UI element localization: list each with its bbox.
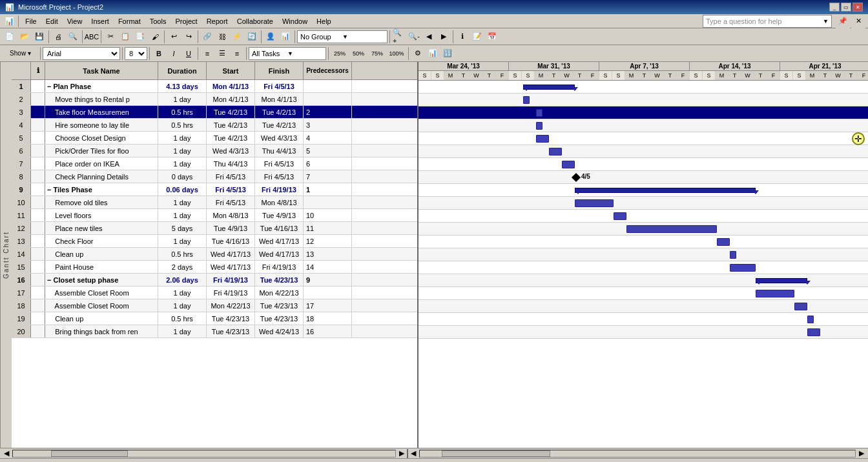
cell-task-name[interactable]: Place new tiles [45,222,158,234]
link-button[interactable]: 🔗 [200,30,214,44]
menu-report[interactable]: Report [203,16,232,26]
table-row[interactable]: 16− Closet setup phase2.06 daysFri 4/19/… [12,274,417,286]
table-row[interactable]: 15 Paint House2 daysWed 4/17/13Fri 4/19/… [12,261,417,274]
all-tasks-dropdown[interactable]: All Tasks ▼ [249,47,326,60]
no-group-dropdown[interactable]: No Group ▼ [297,30,388,43]
misc-btn-3[interactable]: 🔢 [440,46,455,61]
cut-button[interactable]: ✂ [103,30,118,44]
col-hdr-finish[interactable]: Finish [255,62,304,79]
table-row[interactable]: 10 Remove old tiles1 dayFri 4/5/13Mon 4/… [12,196,417,209]
percent-25-btn[interactable]: 25% [331,46,349,61]
update-button[interactable]: 🔄 [245,30,259,44]
zoom-out-btn[interactable]: 🔍- [407,30,421,44]
cell-task-name[interactable]: − Plan Phase [45,80,158,92]
scroll-right-btn[interactable]: ▶ [437,30,451,44]
menu-file[interactable]: File [21,16,41,26]
cell-task-name[interactable]: Pick/Order Tiles for floo [45,145,158,157]
table-row[interactable]: 20 Bring things back from ren1 dayTue 4/… [12,325,417,338]
underline-button[interactable]: U [181,46,196,61]
cell-task-name[interactable]: Assemble Closet Room [45,299,158,312]
new-button[interactable]: 📄 [3,30,17,44]
minimize-button[interactable]: _ [829,3,840,12]
table-row[interactable]: 14 Clean up0.5 hrsWed 4/17/13Wed 4/17/13… [12,248,417,261]
save-button[interactable]: 💾 [32,30,46,44]
table-row[interactable]: 18 Assemble Closet Room1 dayMon 4/22/13T… [12,299,417,312]
percent-100-btn[interactable]: 100% [387,46,406,61]
format-painter[interactable]: 🖌 [148,30,162,44]
cell-task-name[interactable]: Bring things back from ren [45,325,158,337]
calendar-button[interactable]: 📅 [485,30,499,44]
zoom-in-btn[interactable]: 🔍+ [392,30,406,44]
menu-tools[interactable]: Tools [146,16,170,26]
help-dropdown-icon[interactable]: ▼ [823,18,829,25]
right-hscroll[interactable]: ◀ ▶ [408,449,867,458]
menu-collaborate[interactable]: Collaborate [233,16,277,26]
table-row[interactable]: 1− Plan Phase4.13 daysMon 4/1/13Fri 4/5/… [12,80,417,93]
close-button[interactable]: ✕ [852,3,863,12]
table-row[interactable]: 17 Assemble Closet Room1 dayFri 4/19/13M… [12,286,417,299]
col-hdr-pred[interactable]: Predecessors [304,62,352,79]
cell-task-name[interactable]: Clean up [45,248,158,260]
cell-task-name[interactable]: Check Planning Details [45,170,158,183]
cell-task-name[interactable]: − Closet setup phase [45,274,158,286]
scroll-right[interactable]: ▶ [397,449,407,458]
split-button[interactable]: ⚡ [230,30,244,44]
menu-edit[interactable]: Edit [42,16,62,26]
align-left-btn[interactable]: ≡ [200,46,214,61]
cell-task-name[interactable]: Hire someone to lay tile [45,119,158,131]
table-row[interactable]: 2 Move things to Rental p1 dayMon 4/1/13… [12,93,417,106]
align-center-btn[interactable]: ☰ [215,46,229,61]
preview-button[interactable]: 🔍 [66,30,80,44]
cell-task-name[interactable]: Clean up [45,312,158,325]
table-row[interactable]: 7 Place order on IKEA1 dayThu 4/4/13Fri … [12,157,417,170]
cell-task-name[interactable]: Level floors [45,209,158,221]
table-row[interactable]: 12 Place new tiles5 daysTue 4/9/13Tue 4/… [12,222,417,235]
help-close-button[interactable]: ✕ [851,14,865,28]
cell-task-name[interactable]: Choose Closet Design [45,132,158,144]
table-row[interactable]: 5 Choose Closet Design1 dayTue 4/2/13Wed… [12,132,417,145]
menu-view[interactable]: View [63,16,87,26]
table-row[interactable]: 6 Pick/Order Tiles for floo1 dayWed 4/3/… [12,145,417,157]
percent-75-btn[interactable]: 75% [368,46,386,61]
left-hscroll[interactable]: ◀ ▶ [1,449,408,458]
italic-button[interactable]: I [167,46,181,61]
col-hdr-duration[interactable]: Duration [158,62,207,79]
misc-btn-1[interactable]: ⚙ [411,46,425,61]
table-row[interactable]: 13 Check Floor1 dayTue 4/16/13Wed 4/17/1… [12,235,417,248]
help-pin-button[interactable]: 📌 [836,14,850,28]
menu-window[interactable]: Window [278,16,311,26]
redo-button[interactable]: ↪ [181,30,196,44]
print-button[interactable]: 🖨 [51,30,65,44]
col-hdr-start[interactable]: Start [207,62,255,79]
misc-btn-2[interactable]: 📊 [426,46,440,61]
paste-button[interactable]: 📑 [133,30,147,44]
open-button[interactable]: 📂 [17,30,32,44]
cell-task-name[interactable]: Take floor Measuremen [45,106,158,118]
table-row[interactable]: 3 Take floor Measuremen0.5 hrsTue 4/2/13… [12,106,417,119]
unlink-button[interactable]: ⛓ [215,30,229,44]
notes-button[interactable]: 📝 [470,30,484,44]
menu-help[interactable]: Help [313,16,335,26]
font-selector[interactable]: Arial [43,47,120,60]
table-row[interactable]: 4 Hire someone to lay tile0.5 hrsTue 4/2… [12,119,417,132]
table-row[interactable]: 19 Clean up0.5 hrsTue 4/23/13Tue 4/23/13… [12,312,417,325]
table-row[interactable]: 11 Level floors1 dayMon 4/8/13Tue 4/9/13… [12,209,417,222]
gantt-scroll-left[interactable]: ◀ [408,449,418,458]
col-hdr-task[interactable]: Task Name [45,62,158,79]
bold-button[interactable]: B [152,46,166,61]
align-right-btn[interactable]: ≡ [230,46,244,61]
table-row[interactable]: 9− Tiles Phase0.06 daysFri 4/5/13Fri 4/1… [12,183,417,196]
table-row[interactable]: 8 Check Planning Details0 daysFri 4/5/13… [12,170,417,183]
menu-format[interactable]: Format [114,16,145,26]
gantt-scroll-right[interactable]: ▶ [856,449,867,458]
info-button[interactable]: ℹ [455,30,470,44]
scroll-left[interactable]: ◀ [1,449,12,458]
cell-task-name[interactable]: Check Floor [45,235,158,247]
copy-button[interactable]: 📋 [118,30,132,44]
cell-task-name[interactable]: − Tiles Phase [45,183,158,196]
cell-task-name[interactable]: Assemble Closet Room [45,286,158,299]
spell-button[interactable]: ABC [85,30,99,44]
app-menu-icon[interactable]: 📊 [3,15,16,28]
cell-task-name[interactable]: Paint House [45,261,158,273]
assign-button[interactable]: 👤 [264,30,278,44]
